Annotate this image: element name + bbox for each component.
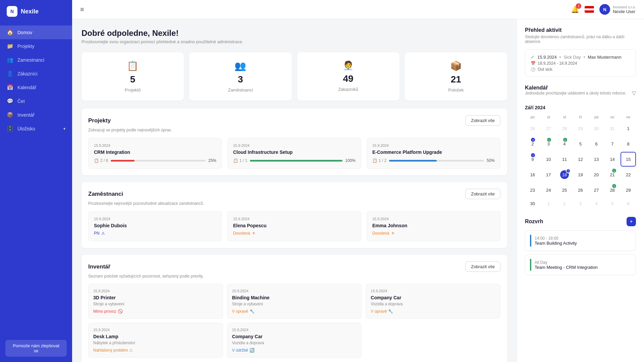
cal-day[interactable]: 1 xyxy=(541,198,556,209)
cal-day[interactable]: 211 xyxy=(605,167,620,182)
cal-day[interactable]: 31 xyxy=(605,121,620,136)
calendar-filter-icon[interactable]: ▽ xyxy=(632,90,636,96)
projects-section-subtitle: Zobrazuji se projekty podle nejnovějších… xyxy=(88,128,500,132)
cal-day[interactable]: 30 xyxy=(525,198,540,209)
cal-day[interactable]: 22 xyxy=(525,136,540,151)
sidebar-item-kalendar[interactable]: 📅 Kalendář xyxy=(0,80,72,94)
inventory-section: Inventář Zobrazit vše Seznam položek vyž… xyxy=(82,255,507,362)
cal-day[interactable]: 1 xyxy=(621,121,636,136)
cal-day[interactable]: 3 xyxy=(573,198,588,209)
employee-date: 15.9.2024 xyxy=(233,217,356,221)
cal-day[interactable]: 28 xyxy=(557,121,572,136)
inventory-grid: 15.9.2024 3D Printer Stroje a vybavení M… xyxy=(88,284,500,358)
cal-day[interactable]: 27 xyxy=(589,183,604,197)
employees-show-all-button[interactable]: Zobrazit vše xyxy=(465,189,500,199)
employee-card: 15.9.2024 Sophie Dubois PN ⚠ xyxy=(88,211,222,241)
cal-day[interactable]: 27 xyxy=(541,121,556,136)
sidebar-item-domov[interactable]: 🏠 Domov xyxy=(0,25,72,39)
inventory-show-all-button[interactable]: Zobrazit vše xyxy=(465,261,500,272)
projects-count: 5 xyxy=(130,74,136,85)
cal-day[interactable]: 11 xyxy=(557,152,572,167)
cal-day[interactable]: 5 xyxy=(605,198,620,209)
help-button[interactable]: Pomozte nám zlepšovat se xyxy=(5,340,67,357)
cal-day[interactable]: 4 xyxy=(589,198,604,209)
activity-sub-row: 📅 18.9.2024 - 18.9.2024 xyxy=(531,61,630,66)
sidebar-item-ulozisko[interactable]: 🗄️ Úložisko ▾ xyxy=(0,122,72,135)
cal-day[interactable]: 17 xyxy=(541,167,556,182)
employee-name: Elena Popescu xyxy=(233,223,356,228)
cal-day[interactable]: 19 xyxy=(573,167,588,182)
cal-day[interactable]: 14 xyxy=(605,152,620,167)
project-title: CRM Integration xyxy=(94,149,216,155)
employee-status: Dovolená ☀ xyxy=(372,231,495,236)
cal-day[interactable]: 20 xyxy=(589,167,604,182)
cal-day[interactable]: 25 xyxy=(557,183,572,197)
cal-header-ut: út xyxy=(541,114,556,120)
cal-day[interactable]: 2 xyxy=(557,198,572,209)
cal-day-today[interactable]: 18 7 xyxy=(557,167,572,182)
schedule-name: Team Building Activity xyxy=(535,241,631,246)
cal-day[interactable]: 30 xyxy=(589,121,604,136)
schedule-item-info: All Day Team Meeting - CRM Integration xyxy=(535,260,631,270)
cal-day[interactable]: 29 xyxy=(621,183,636,197)
cal-day[interactable]: 13 xyxy=(589,152,604,167)
cal-day[interactable]: 8 xyxy=(621,136,636,151)
cal-day[interactable]: 16 xyxy=(525,167,540,182)
chevron-down-icon: ▾ xyxy=(63,126,65,131)
status-text: Mimo provoz xyxy=(93,309,116,314)
cal-day[interactable]: 281 xyxy=(605,183,620,197)
cal-day[interactable]: 12 xyxy=(573,152,588,167)
cal-day[interactable]: 26 xyxy=(573,183,588,197)
project-title: Cloud Infrastructure Setup xyxy=(233,149,356,155)
activity-sub-text: Out sick. xyxy=(538,67,553,72)
schedule-title: Rozvrh xyxy=(525,219,543,225)
notification-badge: 3 xyxy=(576,3,581,9)
cal-day[interactable]: 6 xyxy=(589,136,604,151)
stats-grid: 📋 5 Projektů 👥 3 Zaměstnanci 🧑‍💼 49 Záka… xyxy=(82,52,507,101)
cal-day[interactable]: 31 xyxy=(541,136,556,151)
projects-show-all-button[interactable]: Zobrazit vše xyxy=(465,115,500,126)
cal-day[interactable]: 24 xyxy=(541,183,556,197)
cal-day[interactable]: 26 xyxy=(525,121,540,136)
sidebar-item-label: Zákazníci xyxy=(17,71,38,76)
projects-grid: 15.9.2024 CRM Integration 📋 2 / 8 25% 15… xyxy=(88,138,500,169)
activity-sub-date: 18.9.2024 - 18.9.2024 xyxy=(538,61,577,66)
sidebar-item-inventar[interactable]: 📦 Inventář xyxy=(0,108,72,122)
status-text: Dovolená xyxy=(372,231,389,236)
project-title: E-Commerce Platform Upgrade xyxy=(372,149,495,155)
inv-category: Vozidla a doprava xyxy=(232,341,357,345)
cal-day[interactable]: 10 xyxy=(541,152,556,167)
cal-day[interactable]: 92 xyxy=(525,152,540,167)
employee-card: 15.9.2024 Emma Johnson Dovolená ☀ xyxy=(367,211,500,241)
hamburger-menu[interactable]: ≡ xyxy=(80,6,84,13)
inv-status: Nahlášený problém ⚠ xyxy=(93,348,218,353)
cal-day[interactable]: 7 xyxy=(605,136,620,151)
inv-date: 15.9.2024 xyxy=(371,289,495,293)
user-profile[interactable]: N Innovent s.r.o. Nexile User xyxy=(599,4,636,15)
cal-day[interactable]: 5 xyxy=(573,136,588,151)
sidebar-item-zakaznici[interactable]: 👤 Zákazníci xyxy=(0,67,72,80)
cal-day-selected[interactable]: 15 xyxy=(621,152,636,167)
sidebar-item-cet[interactable]: 💬 Čet xyxy=(0,94,72,108)
sidebar-item-zamestnanci[interactable]: 👥 Zamestnanci xyxy=(0,53,72,67)
inv-name: Company Car xyxy=(371,295,495,300)
projects-section-header: Projekty Zobrazit vše xyxy=(88,115,500,126)
language-flag[interactable] xyxy=(585,6,594,13)
block-icon: 🚫 xyxy=(118,309,123,314)
schedule-time: 14:00 - 18:00 xyxy=(535,236,631,241)
notification-button[interactable]: 🔔 3 xyxy=(571,5,579,13)
cal-day[interactable]: 6 xyxy=(621,198,636,209)
schedule-add-button[interactable]: + xyxy=(627,217,636,226)
cal-day[interactable]: 22 xyxy=(621,167,636,182)
progress-percent: 50% xyxy=(487,158,495,163)
inv-name: Desk Lamp xyxy=(93,334,218,339)
employee-name: Emma Johnson xyxy=(372,223,495,228)
tool-icon: 🔧 xyxy=(388,309,393,314)
cal-day[interactable]: 41 xyxy=(557,136,572,151)
page-title: Dobré odpoledne, Nexile! xyxy=(82,28,507,38)
employee-date: 15.9.2024 xyxy=(372,217,495,221)
stat-card-zamestnanci: 👥 3 Zaměstnanci xyxy=(189,52,291,101)
cal-day[interactable]: 23 xyxy=(525,183,540,197)
sidebar-item-projekty[interactable]: 📁 Projekty xyxy=(0,39,72,53)
cal-day[interactable]: 29 xyxy=(573,121,588,136)
